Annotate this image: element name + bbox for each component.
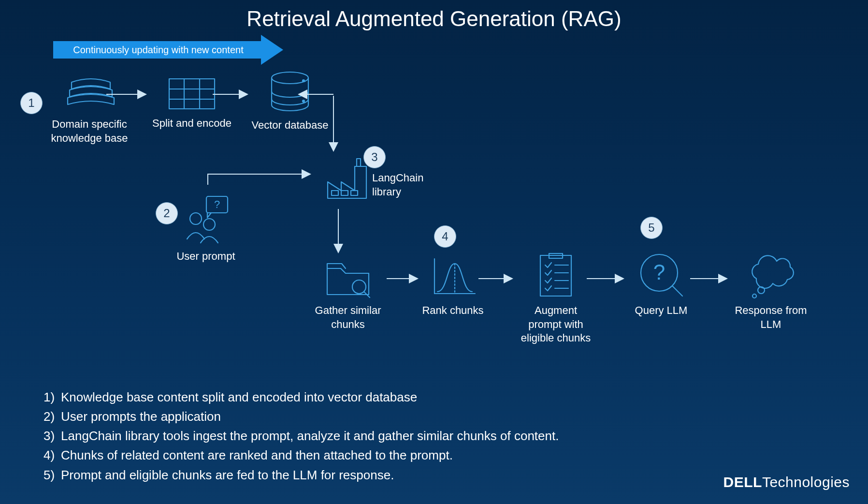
bell-curve-icon: [428, 254, 478, 300]
node-label: Response from LLM: [725, 304, 817, 331]
legend-list: 1)Knowledge base content split and encod…: [43, 387, 559, 485]
user-question-icon: ?: [179, 193, 232, 246]
step-badge-1: 1: [20, 92, 43, 114]
legend-item: 4)Chunks of related content are ranked a…: [43, 445, 559, 465]
checklist-icon: [532, 251, 580, 300]
svg-point-6: [303, 80, 304, 82]
svg-rect-0: [169, 79, 215, 109]
svg-rect-13: [332, 191, 338, 195]
updating-banner: Continuously updating with new content: [53, 41, 263, 59]
node-label: Gather similar chunks: [304, 304, 391, 331]
node-label: LangChain library: [372, 171, 425, 199]
magnify-question-icon: ?: [636, 251, 687, 300]
legend-item: 1)Knowledge base content split and encod…: [43, 387, 559, 407]
node-split-encode: Split and encode: [151, 75, 233, 131]
svg-point-7: [303, 92, 304, 94]
thought-cloud-icon: [742, 252, 800, 300]
node-label: Query LLM: [622, 304, 700, 318]
node-label: User prompt: [167, 250, 245, 264]
node-query-llm: ? Query LLM: [622, 251, 700, 318]
legend-item: 5)Prompt and eligible chunks are fed to …: [43, 465, 559, 485]
node-response: Response from LLM: [725, 252, 817, 331]
node-user-prompt: ? User prompt: [167, 193, 245, 264]
database-icon: [266, 70, 314, 115]
svg-rect-15: [351, 191, 358, 195]
node-label: Domain specific knowledge base: [43, 118, 135, 145]
node-gather: Gather similar chunks: [304, 254, 391, 331]
step-badge-5: 5: [640, 217, 663, 239]
svg-point-30: [752, 294, 756, 298]
node-label: Augment prompt with eligible chunks: [510, 304, 602, 345]
node-vector-db: Vector database: [246, 70, 333, 133]
banner-arrowhead-icon: [261, 35, 283, 65]
legend-item: 3)LangChain library tools ingest the pro…: [43, 426, 559, 445]
svg-point-8: [303, 100, 304, 102]
page-title: Retrieval Augmented Generation (RAG): [0, 7, 868, 31]
logo-suffix: Technologies: [762, 474, 850, 490]
grid-icon: [165, 75, 218, 113]
books-icon: [63, 73, 116, 114]
dell-logo: DELLTechnologies: [723, 474, 850, 490]
svg-point-11: [190, 213, 202, 224]
svg-rect-14: [341, 191, 348, 195]
svg-line-27: [673, 286, 682, 296]
node-knowledge-base: Domain specific knowledge base: [43, 73, 135, 145]
node-rank: Rank chunks: [417, 254, 489, 318]
node-augment: Augment prompt with eligible chunks: [510, 251, 602, 345]
node-label: Split and encode: [151, 117, 233, 131]
svg-rect-16: [357, 159, 361, 166]
node-langchain: LangChain library: [309, 150, 387, 203]
svg-text:?: ?: [653, 260, 665, 284]
node-label: Rank chunks: [417, 304, 489, 318]
factory-icon: [319, 150, 377, 203]
step-badge-4: 4: [434, 225, 456, 248]
node-label: Vector database: [246, 119, 333, 133]
logo-brand: DELL: [723, 474, 762, 490]
folder-search-icon: [321, 254, 375, 300]
svg-text:?: ?: [214, 198, 220, 210]
legend-item: 2)User prompts the application: [43, 407, 559, 426]
svg-point-12: [203, 219, 215, 230]
